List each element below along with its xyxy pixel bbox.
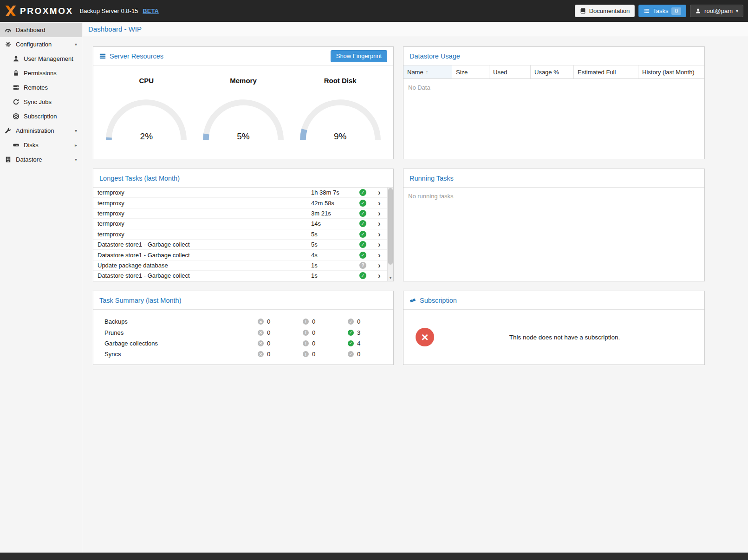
task-name: termproxy: [98, 200, 311, 207]
gauge-value: 5%: [199, 131, 287, 142]
user-icon: [13, 55, 20, 62]
task-row[interactable]: termproxy 14s ›: [93, 219, 393, 229]
documentation-button[interactable]: Documentation: [575, 5, 635, 17]
task-row[interactable]: Datastore store1 - Garbage collect 4s ›: [93, 250, 393, 260]
show-fingerprint-button[interactable]: Show Fingerprint: [331, 50, 387, 62]
error-circle-icon: [258, 351, 264, 357]
topbar-actions: Documentation Tasks 0 root@pam ▾: [575, 5, 743, 17]
ok-circle-icon: [348, 319, 354, 325]
task-row[interactable]: termproxy 5s ›: [93, 229, 393, 240]
chevron-down-icon: ▾: [75, 128, 77, 133]
status-ok-icon: [359, 241, 366, 248]
sidebar-item-label: Dashboard: [16, 26, 46, 33]
ok-count: 0: [357, 318, 360, 325]
task-row[interactable]: termproxy 1h 38m 7s ›: [93, 188, 393, 198]
user-menu-button[interactable]: root@pam ▾: [690, 5, 743, 17]
sidebar-item-subscription[interactable]: Subscription: [0, 109, 82, 124]
task-row[interactable]: Datastore store1 - Garbage collect 1s ›: [93, 271, 393, 281]
no-running-tasks-text: No running tasks: [403, 188, 704, 205]
chevron-down-icon: ▾: [75, 42, 77, 47]
wrench-icon: [5, 127, 12, 134]
task-row[interactable]: termproxy 3m 21s ›: [93, 208, 393, 219]
column-header-size[interactable]: Size: [452, 65, 489, 78]
scrollbar[interactable]: ▼: [387, 188, 393, 281]
status-ok-icon: [359, 272, 366, 279]
warning-count: 0: [312, 351, 315, 358]
dashboard-gauge-icon: [5, 26, 12, 33]
brand-wordmark: PROXMOX: [20, 6, 73, 16]
ok-circle-icon: [348, 351, 354, 357]
warning-count: 0: [312, 318, 315, 325]
gauge-label: Memory: [230, 77, 257, 85]
column-header-estimated-full[interactable]: Estimated Full: [574, 65, 638, 78]
panel-title: Task Summary (last Month): [99, 297, 181, 304]
ok-count: 4: [357, 340, 360, 347]
task-list-icon: [644, 8, 650, 14]
task-name: Datastore store1 - Garbage collect: [98, 252, 311, 259]
error-count: 0: [267, 340, 270, 347]
topbar: PROXMOX Backup Server 0.8-15 BETA Docume…: [0, 0, 748, 22]
server-resources-header: Server Resources Show Fingerprint: [93, 47, 393, 65]
sidebar-item-remotes[interactable]: Remotes: [0, 80, 82, 95]
sidebar-item-datastore[interactable]: Datastore ▾: [0, 152, 82, 167]
subscription-message: This node does not have a subscription.: [434, 334, 695, 341]
task-row[interactable]: Datastore store1 - Garbage collect 5s ›: [93, 240, 393, 250]
sidebar-item-label: Remotes: [24, 84, 48, 91]
root-disk-gauge: Root Disk 9%: [292, 70, 389, 159]
sidebar-item-sync-jobs[interactable]: Sync Jobs: [0, 95, 82, 109]
scrollbar-thumb[interactable]: [388, 188, 393, 265]
status-ok-icon: [359, 231, 366, 238]
task-duration: 1h 38m 7s: [311, 189, 359, 196]
memory-gauge: Memory 5%: [195, 70, 292, 159]
warning-count: 0: [312, 340, 315, 347]
ok-circle-icon: [348, 340, 354, 346]
sidebar-item-permissions[interactable]: Permissions: [0, 66, 82, 80]
sidebar-item-administration[interactable]: Administration ▾: [0, 124, 82, 138]
column-header-usage-percent[interactable]: Usage %: [531, 65, 574, 78]
panel-title: Datastore Usage: [410, 52, 460, 60]
user-icon: [695, 8, 701, 14]
task-name: termproxy: [98, 210, 311, 217]
status-ok-icon: [359, 200, 366, 207]
running-tasks-header: Running Tasks: [403, 169, 704, 188]
gauge-value: 2%: [102, 131, 190, 142]
sidebar-item-dashboard[interactable]: Dashboard: [0, 23, 82, 37]
subscription-panel: Subscription × This node does not have a…: [403, 291, 705, 365]
chevron-down-icon: ▾: [736, 8, 738, 13]
sidebar-item-disks[interactable]: Disks ▸: [0, 138, 82, 152]
error-count: 0: [267, 351, 270, 358]
tasks-button[interactable]: Tasks 0: [638, 5, 686, 17]
sidebar: Dashboard Configuration ▾ User Managemen…: [0, 22, 82, 553]
task-row[interactable]: Update package database 1s ›: [93, 260, 393, 271]
task-row[interactable]: termproxy 42m 58s ›: [93, 198, 393, 208]
gear-icon: [5, 41, 12, 48]
beta-link[interactable]: BETA: [143, 7, 158, 14]
hard-disk-icon: [13, 142, 20, 149]
page-title: Dashboard - WIP: [88, 25, 142, 33]
sidebar-item-configuration[interactable]: Configuration ▾: [0, 37, 82, 52]
running-tasks-body: No running tasks: [403, 188, 704, 281]
refresh-icon: [13, 98, 20, 105]
warning-circle-icon: [303, 330, 309, 336]
sidebar-item-user-management[interactable]: User Management: [0, 52, 82, 66]
task-name: Update package database: [98, 262, 311, 269]
server-icon: [13, 84, 20, 91]
chevron-right-icon: ▸: [75, 143, 77, 148]
gauge-label: CPU: [139, 77, 154, 85]
ticket-icon: [410, 297, 416, 304]
column-header-history[interactable]: History (last Month): [638, 65, 704, 78]
task-name: Datastore store1 - Garbage collect: [98, 272, 311, 279]
ok-count: 0: [357, 351, 360, 358]
sidebar-item-label: Subscription: [24, 113, 57, 120]
task-duration: 3m 21s: [311, 210, 359, 217]
column-header-name[interactable]: Name ↑: [403, 65, 452, 78]
task-name: termproxy: [98, 189, 311, 196]
status-ok-icon: [359, 189, 366, 196]
scrollbar-down-arrow[interactable]: ▼: [388, 274, 393, 281]
longest-tasks-panel: Longest Tasks (last Month) termproxy 1h …: [93, 169, 394, 281]
warning-circle-icon: [303, 319, 309, 325]
status-unknown-icon: [359, 262, 366, 269]
chevron-down-icon: ▾: [75, 157, 77, 162]
column-header-used[interactable]: Used: [489, 65, 531, 78]
subscription-header: Subscription: [403, 291, 704, 310]
